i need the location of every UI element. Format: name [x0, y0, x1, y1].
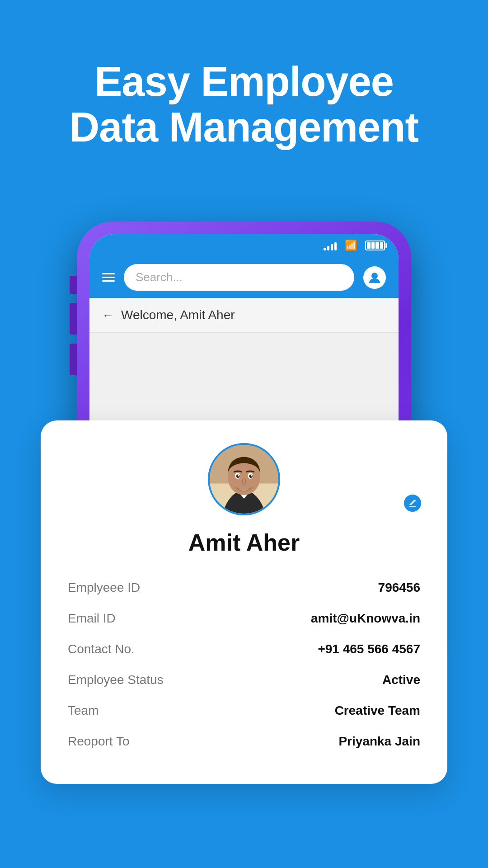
table-row: Reoport To Priyanka Jain	[68, 726, 420, 757]
hero-section: Easy Employee Data Management	[0, 0, 488, 177]
back-button[interactable]: ←	[102, 308, 114, 322]
status-bar: 📶	[89, 234, 399, 257]
power-button	[70, 276, 77, 294]
wifi-icon: 📶	[345, 240, 357, 251]
welcome-text: Welcome, Amit Aher	[121, 308, 235, 322]
field-label-status: Employee Status	[68, 673, 164, 687]
field-value-team: Creative Team	[335, 703, 420, 718]
volume-up-button	[70, 303, 77, 335]
employee-name: Amit Aher	[68, 529, 420, 556]
avatar	[208, 443, 280, 515]
field-value-contact: +91 465 566 4567	[318, 642, 420, 656]
hamburger-menu-button[interactable]	[102, 273, 115, 282]
employee-card: Amit Aher Emplyeee ID 796456 Email ID am…	[41, 420, 447, 784]
volume-down-button	[70, 344, 77, 375]
field-label-email: Email ID	[68, 611, 116, 626]
search-bar[interactable]: Search...	[124, 264, 354, 291]
table-row: Contact No. +91 465 566 4567	[68, 634, 420, 665]
table-row: Email ID amit@uKnowva.in	[68, 603, 420, 634]
employee-info-table: Emplyeee ID 796456 Email ID amit@uKnowva…	[68, 572, 420, 757]
edit-avatar-button[interactable]	[403, 493, 422, 513]
welcome-bar: ← Welcome, Amit Aher	[89, 298, 399, 333]
field-label-employee-id: Emplyeee ID	[68, 580, 140, 595]
svg-point-0	[371, 273, 378, 279]
signal-icon	[324, 241, 337, 250]
user-avatar-button[interactable]	[363, 266, 386, 289]
field-value-status: Active	[382, 673, 420, 687]
field-label-report-to: Reoport To	[68, 734, 129, 749]
side-buttons	[70, 276, 77, 375]
table-row: Emplyeee ID 796456	[68, 572, 420, 603]
battery-icon	[365, 241, 385, 250]
field-value-employee-id: 796456	[378, 580, 420, 595]
svg-point-9	[238, 475, 239, 476]
field-value-email: amit@uKnowva.in	[311, 611, 420, 626]
field-label-contact: Contact No.	[68, 642, 135, 656]
table-row: Employee Status Active	[68, 665, 420, 695]
search-input[interactable]: Search...	[136, 270, 183, 284]
field-label-team: Team	[68, 703, 99, 718]
hero-title: Easy Employee Data Management	[0, 59, 488, 150]
field-value-report-to: Priyanka Jain	[338, 734, 420, 749]
table-row: Team Creative Team	[68, 695, 420, 726]
avatar-container	[68, 443, 420, 515]
app-header: Search...	[89, 257, 399, 298]
svg-point-10	[251, 475, 252, 476]
